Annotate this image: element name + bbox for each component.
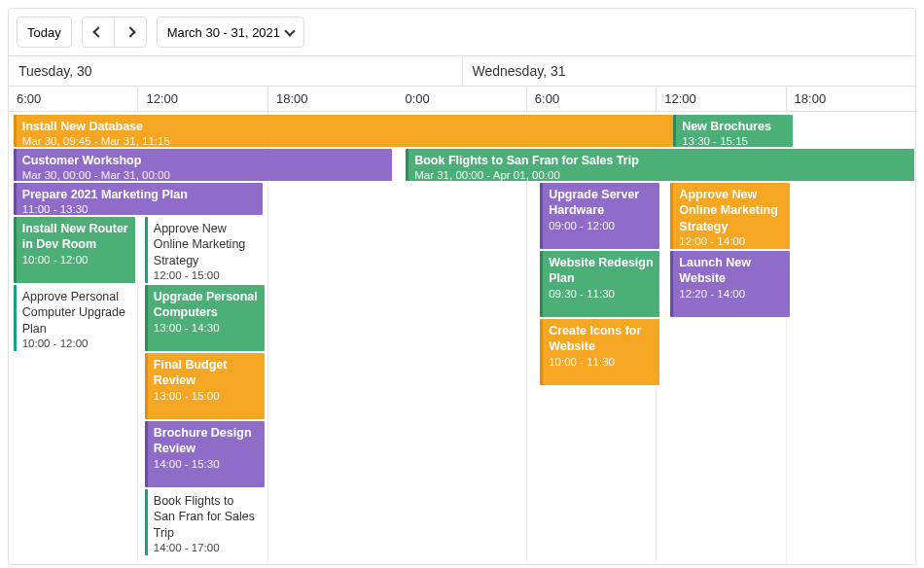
time-cell: 6:00: [527, 87, 657, 111]
day-header-0: Tuesday, 30: [9, 56, 463, 86]
time-cell: 12:00: [138, 87, 267, 111]
time-day-1: 0:00 6:00 12:00 18:00: [397, 87, 915, 111]
time-ruler: 6:00 12:00 18:00 0:00 6:00 12:00 18:00: [9, 86, 915, 112]
appointment-title: Install New Router in Dev Room: [22, 221, 130, 253]
today-button[interactable]: Today: [17, 17, 72, 48]
appointment[interactable]: Final Budget Review13:00 - 15:00: [145, 353, 265, 419]
chevron-left-icon: [92, 26, 103, 37]
time-cell: 18:00: [268, 87, 397, 111]
appointment[interactable]: Install New DatabaseMar 30, 09:45 - Mar …: [14, 115, 673, 147]
appointment-time: 13:30 - 15:15: [682, 134, 787, 147]
appointment[interactable]: Create Icons for Website10:00 - 11:30: [540, 319, 659, 385]
appointment-time: Mar 30, 09:45 - Mar 31, 11:15: [22, 134, 667, 147]
date-range-button[interactable]: March 30 - 31, 2021: [157, 17, 304, 48]
appointment-time: 10:00 - 12:00: [22, 337, 130, 351]
chevron-right-icon: [124, 26, 135, 37]
day-headers: Tuesday, 30 Wednesday, 31: [9, 55, 915, 86]
appointment-time: 10:00 - 12:00: [22, 253, 130, 267]
appointment-title: Approve New Online Marketing Strategy: [154, 221, 259, 268]
appointment-title: Book Flights to San Fran for Sales Trip: [414, 153, 908, 168]
appointment-title: Upgrade Server Hardware: [549, 187, 654, 219]
appointment[interactable]: Upgrade Server Hardware09:00 - 12:00: [540, 183, 659, 249]
toolbar: Today March 30 - 31, 2021: [9, 9, 915, 55]
appointment-title: Upgrade Personal Computers: [154, 289, 259, 321]
time-cell: 0:00: [397, 87, 526, 111]
appointment[interactable]: Approve Personal Computer Upgrade Plan10…: [14, 285, 136, 351]
appointment-time: 13:00 - 14:30: [154, 321, 259, 336]
time-cell: 12:00: [657, 87, 786, 111]
appointment-time: Mar 31, 00:00 - Apr 01, 00:00: [414, 168, 908, 181]
appointment[interactable]: Book Flights to San Fran for Sales TripM…: [406, 149, 914, 181]
appointment-title: Website Redesign Plan: [549, 255, 654, 287]
date-range-label: March 30 - 31, 2021: [167, 25, 280, 40]
appointment[interactable]: Book Flights to San Fran for Sales Trip1…: [145, 489, 265, 555]
appointment[interactable]: Website Redesign Plan09:30 - 11:30: [540, 251, 659, 317]
nav-group: [82, 17, 147, 48]
appointment-title: Approve New Online Marketing Strategy: [679, 187, 784, 234]
appointment-time: 14:00 - 17:00: [154, 541, 259, 555]
time-day-0: 6:00 12:00 18:00: [9, 87, 397, 111]
appointment-title: Prepare 2021 Marketing Plan: [22, 187, 257, 202]
appointment[interactable]: Install New Router in Dev Room10:00 - 12…: [14, 217, 136, 283]
appointment-time: 12:00 - 15:00: [154, 268, 259, 283]
appointment-title: Approve Personal Computer Upgrade Plan: [22, 289, 130, 337]
appointment-title: Install New Database: [22, 119, 667, 134]
appointment-time: 12:20 - 14:00: [679, 287, 784, 302]
appointment[interactable]: Brochure Design Review14:00 - 15:30: [145, 421, 265, 487]
appointment-time: 09:30 - 11:30: [549, 287, 654, 302]
appointment-time: 09:00 - 12:00: [549, 219, 654, 233]
appointment[interactable]: Approve New Online Marketing Strategy12:…: [670, 183, 790, 249]
chevron-down-icon: [284, 25, 295, 36]
day-header-1: Wednesday, 31: [463, 56, 916, 86]
appointment-time: 13:00 - 15:00: [154, 389, 259, 404]
appointment[interactable]: Approve New Online Marketing Strategy12:…: [145, 217, 265, 283]
appointments-grid[interactable]: Install New DatabaseMar 30, 09:45 - Mar …: [9, 112, 915, 564]
time-cell: 6:00: [9, 87, 138, 111]
prev-button[interactable]: [82, 17, 115, 48]
next-button[interactable]: [114, 17, 147, 48]
scheduler: Today March 30 - 31, 2021 Tuesday, 30 We…: [8, 8, 916, 565]
appointment-title: Brochure Design Review: [154, 425, 259, 457]
appointment-time: 14:00 - 15:30: [154, 457, 259, 472]
appointment-title: Final Budget Review: [154, 357, 259, 389]
appointment[interactable]: Customer WorkshopMar 30, 00:00 - Mar 31,…: [14, 149, 393, 181]
appointment-time: 12:00 - 14:00: [679, 234, 784, 249]
appointment-title: Customer Workshop: [22, 153, 387, 168]
appointment-title: Book Flights to San Fran for Sales Trip: [154, 493, 259, 541]
appointment-title: Launch New Website: [679, 255, 784, 287]
appointment[interactable]: Prepare 2021 Marketing Plan11:00 - 13:30: [14, 183, 263, 215]
appointment-title: New Brochures: [682, 119, 787, 134]
appointment-title: Create Icons for Website: [549, 323, 654, 355]
appointment-time: 10:00 - 11:30: [549, 355, 654, 370]
time-cell: 18:00: [787, 87, 915, 111]
appointment[interactable]: Launch New Website12:20 - 14:00: [670, 251, 790, 317]
appointment[interactable]: New Brochures13:30 - 15:15: [673, 115, 793, 147]
appointment-time: Mar 30, 00:00 - Mar 31, 00:00: [22, 168, 387, 181]
appointment[interactable]: Upgrade Personal Computers13:00 - 14:30: [145, 285, 265, 351]
appointment-time: 11:00 - 13:30: [22, 202, 257, 215]
